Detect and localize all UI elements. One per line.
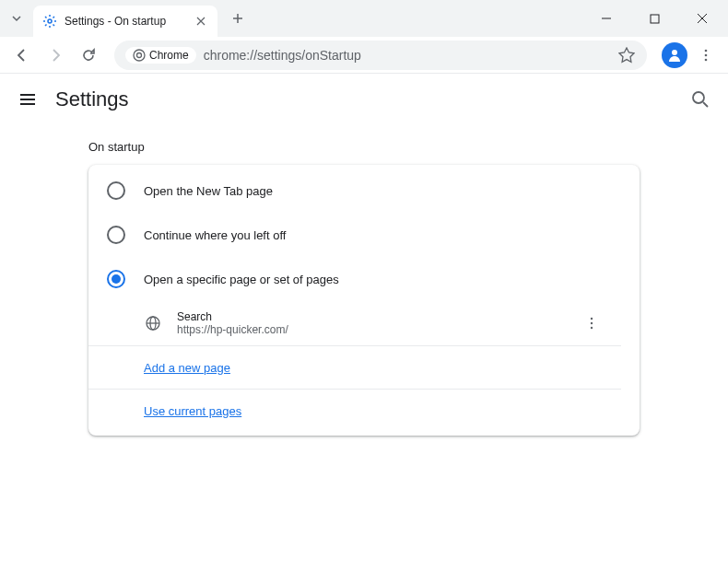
svg-point-13 xyxy=(591,327,593,329)
new-tab-button[interactable] xyxy=(225,6,251,31)
bookmark-button[interactable] xyxy=(617,46,636,64)
title-bar: Settings - On startup xyxy=(0,0,728,37)
use-current-pages-link[interactable]: Use current pages xyxy=(144,404,241,418)
page-title: Settings xyxy=(55,87,129,111)
use-current-row: Use current pages xyxy=(88,390,621,432)
radio-option-specific-pages[interactable]: Open a specific page or set of pages xyxy=(88,257,640,301)
chip-label: Chrome xyxy=(149,49,189,62)
tab-search-button[interactable] xyxy=(7,9,26,28)
minimize-button[interactable] xyxy=(588,5,625,32)
svg-point-8 xyxy=(693,92,704,103)
svg-point-4 xyxy=(672,50,677,55)
browser-tab[interactable]: Settings - On startup xyxy=(33,6,217,37)
tab-title: Settings - On startup xyxy=(65,15,186,28)
close-tab-button[interactable] xyxy=(194,14,208,29)
settings-icon xyxy=(42,14,57,29)
svg-rect-1 xyxy=(651,15,659,23)
page-options-button[interactable] xyxy=(581,312,603,334)
profile-button[interactable] xyxy=(662,42,687,68)
add-new-page-link[interactable]: Add a new page xyxy=(144,361,230,375)
back-button[interactable] xyxy=(7,41,37,70)
add-page-row: Add a new page xyxy=(88,346,621,390)
startup-card: Open the New Tab page Continue where you… xyxy=(88,165,640,436)
page-url: https://hp-quicker.com/ xyxy=(177,323,566,336)
radio-icon xyxy=(107,181,125,200)
url-text: chrome://settings/onStartup xyxy=(204,48,610,63)
svg-point-3 xyxy=(137,52,142,57)
close-window-button[interactable] xyxy=(684,5,721,32)
svg-point-7 xyxy=(705,58,708,61)
chrome-icon xyxy=(133,49,146,62)
radio-icon xyxy=(107,226,125,244)
svg-point-0 xyxy=(48,19,52,23)
search-button[interactable] xyxy=(691,90,710,109)
address-bar[interactable]: Chrome chrome://settings/onStartup xyxy=(114,41,647,70)
reload-button[interactable] xyxy=(74,41,103,70)
radio-label: Open the New Tab page xyxy=(144,184,273,198)
menu-icon[interactable] xyxy=(18,90,37,109)
page-header: Settings xyxy=(0,74,728,125)
startup-page-entry: Search https://hp-quicker.com/ xyxy=(88,301,621,346)
site-chip[interactable]: Chrome xyxy=(125,47,196,64)
radio-option-new-tab[interactable]: Open the New Tab page xyxy=(88,169,640,213)
forward-button[interactable] xyxy=(41,41,70,70)
page-info: Search https://hp-quicker.com/ xyxy=(177,310,566,336)
radio-label: Open a specific page or set of pages xyxy=(144,273,339,286)
svg-point-6 xyxy=(705,53,708,56)
svg-point-5 xyxy=(705,49,708,52)
maximize-button[interactable] xyxy=(636,5,673,32)
globe-icon xyxy=(144,314,162,332)
radio-icon xyxy=(107,270,125,288)
page-name: Search xyxy=(177,310,566,323)
chrome-menu-button[interactable] xyxy=(691,41,721,70)
toolbar: Chrome chrome://settings/onStartup xyxy=(0,37,728,74)
svg-point-12 xyxy=(591,322,593,324)
window-controls xyxy=(588,5,721,32)
radio-label: Continue where you left off xyxy=(144,228,286,242)
content-area: On startup Open the New Tab page Continu… xyxy=(0,125,728,450)
section-title: On startup xyxy=(88,140,640,154)
svg-point-11 xyxy=(591,318,593,320)
svg-point-2 xyxy=(134,50,145,61)
radio-option-continue[interactable]: Continue where you left off xyxy=(88,213,640,257)
